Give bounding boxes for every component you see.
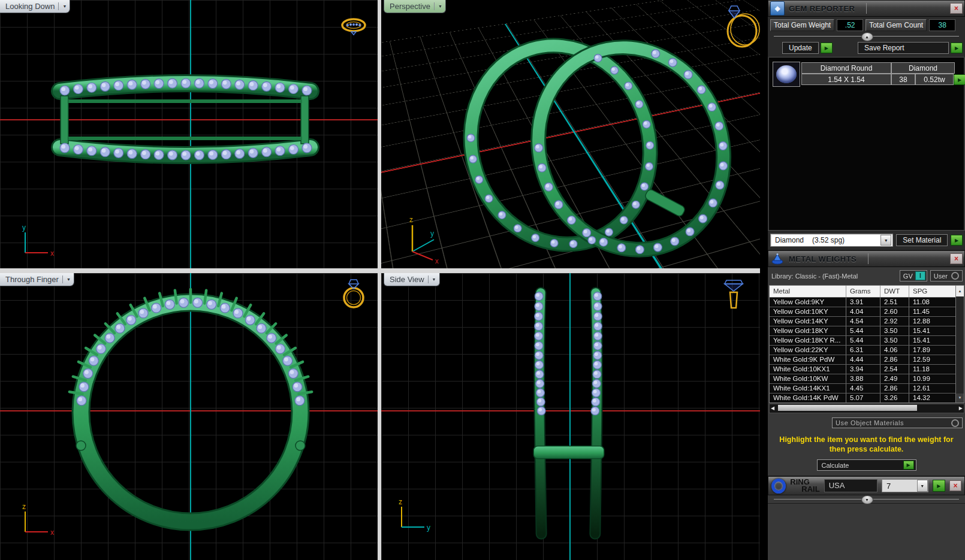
ring-size-select[interactable]: 7 ▼: [882, 479, 928, 492]
viewport-tab-looking-down[interactable]: Looking Down ▼: [0, 0, 70, 13]
metal-table-row[interactable]: Yellow Gold:14KY 4.54 2.92 12.88: [770, 316, 964, 326]
panel-filler: [768, 504, 965, 560]
scroll-left-icon[interactable]: ◀: [771, 404, 774, 413]
view-orientation-ring-front-icon: [339, 276, 369, 310]
metal-table-row[interactable]: Yellow Gold:18KY 5.44 3.50 15.41: [770, 326, 964, 335]
metal-table-row[interactable]: Yellow Gold:18KY R... 5.44 3.50 15.41: [770, 335, 964, 345]
viewport-divider-vertical[interactable]: [378, 0, 381, 560]
ring-size-standard-field[interactable]: USA: [824, 479, 877, 492]
svg-text:y: y: [427, 523, 430, 532]
instruction-text: Highlight the item you want to find the …: [773, 435, 960, 454]
metal-name-cell: White Gold:9K PdW: [770, 355, 846, 364]
chevron-down-icon[interactable]: ▼: [62, 4, 67, 8]
viewport-tab-side-view[interactable]: Side View ▼: [384, 273, 440, 286]
chevron-down-icon[interactable]: ▼: [917, 480, 928, 492]
update-play-icon[interactable]: ▶: [821, 43, 833, 53]
metal-table-body: Yellow Gold:9KY 3.91 2.51 11.08 Yellow G…: [770, 297, 964, 402]
update-button[interactable]: Update: [782, 42, 819, 54]
metal-table-row[interactable]: Yellow Gold:9KY 3.91 2.51 11.08: [770, 297, 964, 307]
title-separator: [868, 253, 868, 264]
dwt-cell: 2.49: [880, 374, 909, 383]
user-radio-icon[interactable]: [951, 272, 959, 280]
material-spg: (3.52 spg): [812, 236, 845, 244]
viewport-side-view[interactable]: z y Side View ▼: [381, 273, 760, 560]
close-icon[interactable]: ×: [950, 253, 963, 264]
total-gem-weight-label: Total Gem Weight: [770, 19, 834, 31]
use-object-materials-radio-icon[interactable]: [951, 419, 959, 427]
collapse-handle: ▼: [768, 495, 965, 503]
gem-material-header[interactable]: Diamond: [891, 62, 955, 74]
metal-name-cell: White Gold:10KX1: [770, 365, 846, 374]
svg-text:z: z: [22, 503, 26, 511]
viewport-through-finger[interactable]: z x Through Finger ▼: [0, 273, 378, 560]
chevron-down-icon[interactable]: ▼: [438, 4, 442, 8]
metal-weights-title-bar[interactable]: METAL WEIGHTS ×: [768, 250, 965, 267]
set-material-button[interactable]: Set Material: [896, 234, 948, 246]
viewport-tab-label: Side View: [390, 275, 424, 284]
gem-weight-cell[interactable]: 0.52tw: [915, 74, 954, 85]
col-dwt[interactable]: DWT: [880, 286, 909, 297]
dwt-cell: 3.26: [880, 393, 909, 402]
metal-table-row[interactable]: White Gold:10KX1 3.94 2.54 11.18: [770, 364, 964, 374]
viewport-divider-horizontal[interactable]: [0, 268, 760, 273]
gem-cut-header[interactable]: Diamond Round: [801, 62, 891, 74]
calculate-play-icon[interactable]: ▶: [903, 461, 914, 470]
metal-table-row[interactable]: Yellow Gold:10KY 4.04 2.60 11.45: [770, 307, 964, 316]
gem-count-cell[interactable]: 38: [891, 74, 915, 85]
viewport-looking-down[interactable]: y x Looking Down ▼: [0, 0, 378, 268]
col-grams[interactable]: Grams: [846, 286, 880, 297]
metal-table-row[interactable]: Yellow Gold:22KY 6.31 4.06 17.89: [770, 345, 964, 355]
dwt-cell: 2.60: [880, 307, 909, 316]
scroll-up-icon[interactable]: ▲: [956, 286, 964, 296]
ring-rail-play-icon[interactable]: ▶: [933, 480, 945, 492]
use-object-materials-toggle[interactable]: Use Object Materials: [832, 417, 963, 428]
grams-cell: 4.44: [846, 355, 880, 364]
tab-separator: [58, 2, 59, 10]
set-material-play-icon[interactable]: ▶: [951, 235, 963, 246]
material-name: Diamond: [775, 236, 804, 244]
gem-reporter-title-bar[interactable]: ◆ GEM REPORTER ×: [768, 0, 965, 17]
save-report-button[interactable]: Save Report: [858, 42, 949, 54]
metal-table-row[interactable]: White Gold:10KW 3.88 2.49 10.99: [770, 374, 964, 383]
svg-text:z: z: [399, 498, 402, 506]
collapse-up-icon[interactable]: ▲: [861, 32, 873, 41]
chevron-down-icon[interactable]: ▼: [880, 235, 891, 246]
gem-row-play-icon[interactable]: ▶: [954, 74, 965, 85]
user-toggle[interactable]: User: [930, 270, 963, 281]
scroll-right-icon[interactable]: ▶: [959, 404, 963, 413]
title-separator: [866, 3, 867, 14]
scrollbar-thumb[interactable]: [778, 405, 917, 411]
col-metal[interactable]: Metal: [770, 286, 846, 297]
viewport-perspective[interactable]: z y x Perspective ▼: [381, 0, 760, 268]
save-report-play-icon[interactable]: ▶: [951, 43, 963, 53]
gem-thumbnail[interactable]: [773, 62, 800, 87]
close-icon[interactable]: ×: [950, 3, 963, 14]
chevron-down-icon[interactable]: ▼: [432, 277, 436, 281]
scroll-down-icon[interactable]: ▼: [956, 393, 964, 402]
horizontal-scrollbar[interactable]: ◀ ▶: [769, 404, 964, 413]
collapse-down-icon[interactable]: ▼: [861, 495, 873, 504]
chevron-down-icon[interactable]: ▼: [67, 277, 71, 281]
gem-size-cell[interactable]: 1.54 X 1.54: [801, 74, 891, 85]
metal-name-cell: Yellow Gold:18KY: [770, 326, 846, 335]
viewport-tab-perspective[interactable]: Perspective ▼: [384, 0, 446, 13]
axis-triad: y x: [17, 223, 59, 259]
view-orientation-ring-perspective-icon: [720, 4, 760, 49]
gem-totals-row: Total Gem Weight .52 Total Gem Count 38: [768, 17, 965, 32]
ring-model-side-view[interactable]: [381, 273, 760, 560]
metal-table-row[interactable]: White Gold:9K PdW 4.44 2.86 12.59: [770, 355, 964, 364]
metal-name-cell: Yellow Gold:9KY: [770, 298, 846, 307]
dwt-cell: 2.92: [880, 317, 909, 326]
metal-table-row[interactable]: White Gold:14KX1 4.45 2.86 12.61: [770, 383, 964, 393]
material-select[interactable]: Diamond (3.52 spg) ▼: [770, 234, 893, 247]
gv-toggle[interactable]: GV I: [900, 270, 927, 281]
grams-cell: 5.44: [846, 336, 880, 345]
dwt-cell: 2.51: [880, 298, 909, 307]
material-row: Diamond (3.52 spg) ▼ Set Material ▶: [768, 230, 965, 250]
calculate-button[interactable]: Calculate ▶: [817, 459, 916, 471]
vertical-scrollbar[interactable]: ▲ ▼: [955, 286, 964, 402]
dwt-cell: 2.86: [880, 355, 909, 364]
close-icon[interactable]: ×: [949, 480, 961, 491]
metal-table-row[interactable]: White Gold:14K PdW 5.07 3.26 14.32: [770, 393, 964, 402]
viewport-tab-through-finger[interactable]: Through Finger ▼: [0, 273, 74, 286]
